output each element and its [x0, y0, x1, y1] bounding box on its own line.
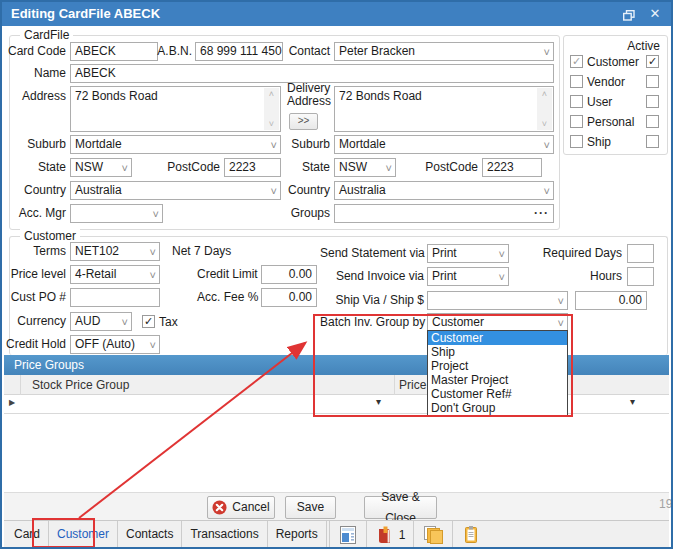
user-active-checkbox[interactable]: [646, 95, 659, 108]
dropdown-option-ship[interactable]: Ship: [428, 345, 567, 359]
copy-button[interactable]: [416, 521, 450, 549]
dropdown-option-project[interactable]: Project: [428, 359, 567, 373]
personal-active-checkbox[interactable]: [646, 115, 659, 128]
hours-field[interactable]: [627, 267, 654, 286]
delivery-state-combo[interactable]: NSW˅: [334, 158, 396, 177]
record-count-badge: 1: [399, 528, 406, 542]
price-groups-row[interactable]: ▶ ▾ ▾: [4, 395, 669, 414]
history-button[interactable]: 1: [369, 521, 412, 549]
suburb-combo[interactable]: Mortdale˅: [70, 135, 281, 154]
scroll-down-icon[interactable]: ˅: [264, 119, 279, 129]
delivery-address-field[interactable]: 72 Bonds Road ˄˅: [334, 86, 554, 132]
tab-contacts[interactable]: Contacts: [118, 521, 182, 549]
dropdown-arrow-icon: ˅: [544, 183, 550, 199]
batch-inv-group-label: Batch Inv. Group by: [320, 313, 424, 331]
acc-mgr-combo[interactable]: ˅: [70, 204, 163, 223]
dropdown-option-dont-group[interactable]: Don't Group: [428, 401, 567, 415]
tab-reports[interactable]: Reports: [268, 521, 327, 549]
acc-fee-label: Acc. Fee %: [197, 288, 257, 306]
currency-combo[interactable]: AUD˅: [70, 312, 132, 331]
user-type-checkbox[interactable]: [570, 95, 583, 108]
ship-via-combo[interactable]: ˅: [427, 291, 568, 310]
groups-browse-button[interactable]: ···: [534, 205, 549, 222]
form-view-button[interactable]: [332, 521, 364, 549]
delivery-country-combo[interactable]: Australia˅: [334, 181, 554, 200]
address-field[interactable]: 72 Bonds Road ˄˅: [70, 86, 281, 132]
row-selector-icon: ▶: [9, 398, 15, 407]
tax-checkbox[interactable]: ✓: [142, 315, 155, 328]
dropdown-option-customer-ref[interactable]: Customer Ref#: [428, 387, 567, 401]
save-close-button[interactable]: Save & Close: [364, 496, 437, 519]
card-code-label: Card Code: [4, 42, 66, 60]
ship-via-label: Ship Via / Ship $: [320, 291, 424, 309]
ship-amount-field[interactable]: 0.00: [575, 291, 647, 310]
dropdown-arrow-icon: ˅: [544, 137, 550, 153]
ship-type-checkbox[interactable]: [570, 135, 583, 148]
credit-limit-field[interactable]: 0.00: [261, 265, 317, 284]
price-level-label: Price level: [4, 265, 66, 283]
cust-po-field[interactable]: [70, 288, 160, 307]
save-button[interactable]: Save: [285, 496, 336, 519]
close-icon[interactable]: ✕: [643, 5, 667, 23]
contact-combo[interactable]: Peter Bracken˅: [334, 42, 554, 61]
tab-customer[interactable]: Customer: [49, 521, 118, 549]
customer-active-checkbox[interactable]: ✓: [646, 55, 659, 68]
dropdown-option-master-project[interactable]: Master Project: [428, 373, 567, 387]
terms-combo[interactable]: NET102˅: [70, 242, 160, 261]
copy-address-button[interactable]: >>: [289, 113, 318, 130]
send-invoice-combo[interactable]: Print˅: [427, 267, 509, 286]
history-book-icon: [375, 525, 395, 545]
notes-button[interactable]: [455, 521, 487, 549]
price-column-header[interactable]: Price: [399, 376, 426, 394]
price-level-combo[interactable]: 4-Retail˅: [70, 265, 160, 284]
stock-price-group-column-header[interactable]: Stock Price Group: [32, 376, 129, 394]
title-bar[interactable]: Editing CardFile ABECK ✕: [2, 2, 671, 26]
user-type-label: User: [587, 93, 612, 111]
state-combo[interactable]: NSW˅: [70, 158, 132, 177]
cust-po-label: Cust PO #: [4, 288, 66, 306]
window-title: Editing CardFile ABECK: [11, 6, 160, 21]
vendor-type-checkbox[interactable]: [570, 75, 583, 88]
restore-icon[interactable]: [617, 5, 641, 23]
delivery-postcode-field[interactable]: 2223: [482, 158, 542, 177]
customer-type-checkbox[interactable]: ✓: [570, 55, 583, 68]
vendor-active-checkbox[interactable]: [646, 75, 659, 88]
tab-card[interactable]: Card: [6, 521, 49, 549]
notes-icon: [461, 525, 481, 545]
card-code-field[interactable]: ABECK: [70, 42, 158, 61]
groups-field[interactable]: ···: [334, 204, 554, 223]
delivery-suburb-combo[interactable]: Mortdale˅: [334, 135, 554, 154]
dropdown-option-customer[interactable]: Customer: [428, 331, 567, 345]
scroll-up-icon[interactable]: ˄: [537, 89, 552, 99]
footer-bar: [4, 492, 669, 520]
hours-label: Hours: [542, 267, 622, 285]
price-cell-dropdown-icon[interactable]: ▾: [630, 396, 635, 407]
dropdown-arrow-icon: ˅: [558, 315, 564, 331]
personal-type-checkbox[interactable]: [570, 115, 583, 128]
tab-bar: Card Customer Contacts Transactions Repo…: [4, 520, 669, 549]
acc-fee-field[interactable]: 0.00: [261, 288, 317, 307]
dropdown-arrow-icon: ˅: [150, 244, 156, 260]
postcode-field[interactable]: 2223: [224, 158, 281, 177]
dropdown-arrow-icon: ˅: [558, 293, 564, 309]
credit-hold-combo[interactable]: OFF (Auto)˅: [70, 335, 160, 354]
state-label: State: [4, 158, 66, 176]
cancel-button[interactable]: Cancel: [207, 496, 275, 519]
tab-transactions[interactable]: Transactions: [182, 521, 267, 549]
send-invoice-label: Send Invoice via: [320, 267, 424, 285]
required-days-field[interactable]: [627, 244, 654, 263]
stock-price-group-cell-dropdown-icon[interactable]: ▾: [376, 396, 381, 407]
credit-hold-label: Credit Hold: [4, 335, 66, 353]
country-combo[interactable]: Australia˅: [70, 181, 281, 200]
cardfile-edit-window: Editing CardFile ABECK ✕ CardFile Card C…: [0, 0, 673, 549]
scroll-down-icon[interactable]: ˅: [537, 119, 552, 129]
ship-active-checkbox[interactable]: [646, 135, 659, 148]
scroll-up-icon[interactable]: ˄: [264, 89, 279, 99]
address-scrollbar[interactable]: ˄˅: [264, 88, 279, 130]
dropdown-arrow-icon: ˅: [150, 337, 156, 353]
delivery-address-scrollbar[interactable]: ˄˅: [537, 88, 552, 130]
required-days-label: Required Days: [542, 244, 622, 262]
dropdown-arrow-icon: ˅: [153, 206, 159, 222]
send-statement-combo[interactable]: Print˅: [427, 244, 509, 263]
abn-field[interactable]: 68 999 111 450: [195, 42, 283, 61]
